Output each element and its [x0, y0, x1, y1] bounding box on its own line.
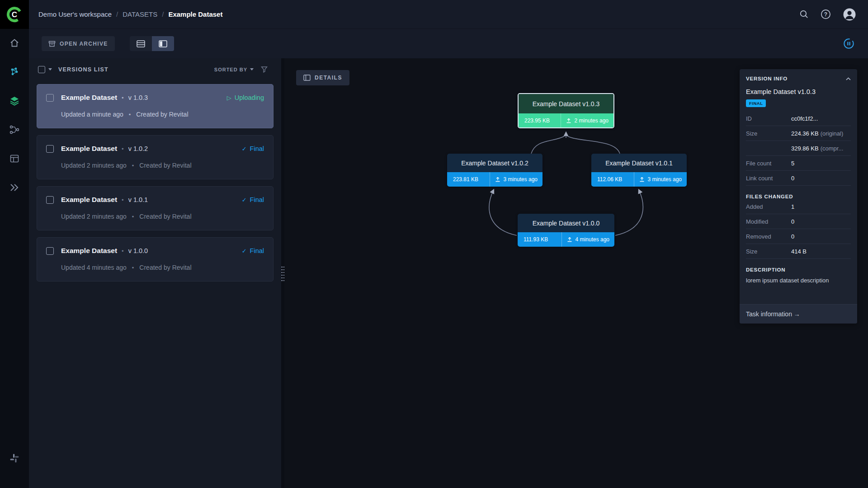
version-checkbox[interactable] — [46, 145, 54, 153]
sidebar-item-projects[interactable] — [9, 66, 20, 77]
sorted-by-dropdown[interactable]: SORTED BY — [214, 67, 247, 72]
field-label: Link count — [746, 175, 791, 182]
field-value: 0 — [791, 233, 794, 240]
version-checkbox[interactable] — [46, 94, 54, 102]
graph-node[interactable]: Example Dataset v1.0.2 223.81 KB 3 minut… — [447, 154, 542, 187]
sidebar-item-pipelines[interactable] — [9, 124, 20, 135]
sorted-by-caret-icon[interactable] — [250, 68, 254, 72]
node-time-label: 3 minutes ago — [504, 176, 538, 183]
collapse-panel-button[interactable] — [846, 77, 851, 80]
lineage-graph-area: DETAILS Example Dataset v1.0.3 223.95 KB — [284, 58, 868, 488]
info-row-size-compressed: 329.86 KB (compr... — [746, 141, 851, 156]
sidebar-item-slack[interactable] — [9, 453, 20, 464]
version-checkbox[interactable] — [46, 196, 54, 204]
version-card[interactable]: Example Dataset v 1.0.3 ▷ Uploading Upda… — [37, 84, 274, 128]
open-archive-button[interactable]: OPEN ARCHIVE — [42, 36, 115, 51]
status-label: Final — [250, 196, 264, 203]
select-all-checkbox[interactable] — [38, 66, 45, 73]
node-size: 111.93 KB — [518, 232, 561, 247]
breadcrumb-separator — [162, 10, 164, 18]
table-view-button[interactable] — [130, 36, 152, 51]
split-view-icon — [159, 40, 167, 47]
graph-node[interactable]: Example Dataset v1.0.1 112.06 KB 3 minut… — [591, 154, 687, 187]
sidebar-item-datasets[interactable] — [9, 95, 20, 106]
field-label: Removed — [746, 233, 791, 240]
files-row-added: Added 1 — [746, 199, 851, 214]
view-toggle-group — [130, 36, 174, 51]
select-all-caret-icon[interactable] — [48, 68, 52, 72]
info-dataset-title: Example Dataset v1.0.3 — [746, 88, 851, 95]
pipelines-icon — [9, 124, 20, 135]
field-value: 1 — [791, 203, 794, 210]
panel-splitter[interactable] — [281, 58, 284, 488]
version-card[interactable]: Example Dataset v 1.0.1 ✓ Final Updated … — [37, 186, 274, 230]
version-info-panel: VERSION INFO Example Dataset v1.0.3 FINA… — [740, 69, 857, 324]
table-view-icon — [137, 40, 145, 47]
datasets-icon — [9, 95, 20, 106]
open-archive-label: OPEN ARCHIVE — [60, 41, 108, 47]
task-information-link[interactable]: Task information → — [740, 304, 857, 324]
check-icon: ✓ — [242, 145, 247, 152]
details-button[interactable]: DETAILS — [296, 70, 349, 85]
sidebar-item-applications[interactable] — [9, 182, 20, 193]
field-note: (compr... — [821, 145, 844, 152]
node-footer: 112.06 KB 3 minutes ago — [591, 172, 687, 187]
upload-icon — [495, 177, 500, 182]
main-content: VERSIONS LIST SORTED BY Example Dataset … — [29, 58, 868, 488]
description-title: DESCRIPTION — [746, 267, 851, 272]
info-row-size-original: Size 224.36 KB (original) — [746, 126, 851, 141]
files-row-removed: Removed 0 — [746, 229, 851, 244]
node-title: Example Dataset v1.0.3 — [519, 94, 613, 113]
bullet-separator — [132, 213, 134, 220]
field-note: (original) — [821, 130, 844, 137]
clearml-logo-icon: C — [6, 6, 23, 23]
version-info-title: VERSION INFO — [746, 76, 788, 81]
field-value: 5 — [791, 160, 794, 167]
help-icon: ? — [821, 9, 831, 19]
sidebar-item-reports[interactable] — [9, 153, 20, 164]
search-button[interactable] — [799, 9, 809, 19]
field-value: 224.36 KB — [791, 130, 819, 137]
status-label: Final — [250, 145, 264, 152]
help-button[interactable]: ? — [821, 9, 831, 19]
auto-refresh-button[interactable] — [843, 38, 854, 49]
version-card[interactable]: Example Dataset v 1.0.2 ✓ Final Updated … — [37, 135, 274, 179]
status-badge: ✓ Final — [242, 145, 264, 152]
field-value: 329.86 KB — [791, 145, 819, 152]
search-icon — [799, 9, 809, 19]
svg-text:C: C — [12, 10, 17, 19]
node-size: 112.06 KB — [591, 172, 634, 187]
status-badge: ▷ Uploading — [227, 94, 264, 101]
upload-icon — [639, 177, 645, 182]
bullet-separator — [132, 162, 134, 169]
version-name: Example Dataset — [61, 196, 117, 204]
graph-node[interactable]: Example Dataset v1.0.3 223.95 KB 2 minut… — [518, 93, 614, 128]
slack-icon — [9, 453, 20, 464]
status-label: Final — [250, 247, 264, 254]
node-time-label: 4 minutes ago — [576, 236, 609, 243]
breadcrumb-workspace[interactable]: Demo User's workspace — [38, 10, 112, 18]
filter-button[interactable] — [261, 66, 268, 73]
graph-node[interactable]: Example Dataset v1.0.0 111.93 KB 4 minut… — [518, 214, 614, 247]
split-view-button[interactable] — [152, 36, 174, 51]
breadcrumb: Demo User's workspace DATASETS Example D… — [38, 10, 222, 18]
app-logo[interactable]: C — [0, 0, 29, 29]
updated-text: Updated 4 minutes ago — [61, 264, 127, 271]
field-label: Modified — [746, 218, 791, 225]
sidebar-item-home[interactable] — [9, 38, 20, 48]
node-size: 223.81 KB — [447, 172, 490, 187]
node-uploaded: 4 minutes ago — [561, 232, 614, 247]
field-label: Size — [746, 130, 791, 137]
version-checkbox[interactable] — [46, 247, 54, 255]
breadcrumb-datasets[interactable]: DATASETS — [123, 10, 157, 18]
bullet-separator — [129, 111, 131, 118]
filter-icon — [261, 66, 268, 73]
applications-icon — [9, 182, 20, 193]
version-card[interactable]: Example Dataset v 1.0.0 ✓ Final Updated … — [37, 237, 274, 282]
node-size: 223.95 KB — [519, 113, 561, 127]
user-menu-button[interactable] — [843, 8, 856, 21]
upload-icon — [566, 118, 571, 123]
node-title: Example Dataset v1.0.2 — [447, 154, 542, 172]
versions-list-header: VERSIONS LIST SORTED BY — [29, 58, 281, 80]
status-badge: ✓ Final — [242, 196, 264, 203]
